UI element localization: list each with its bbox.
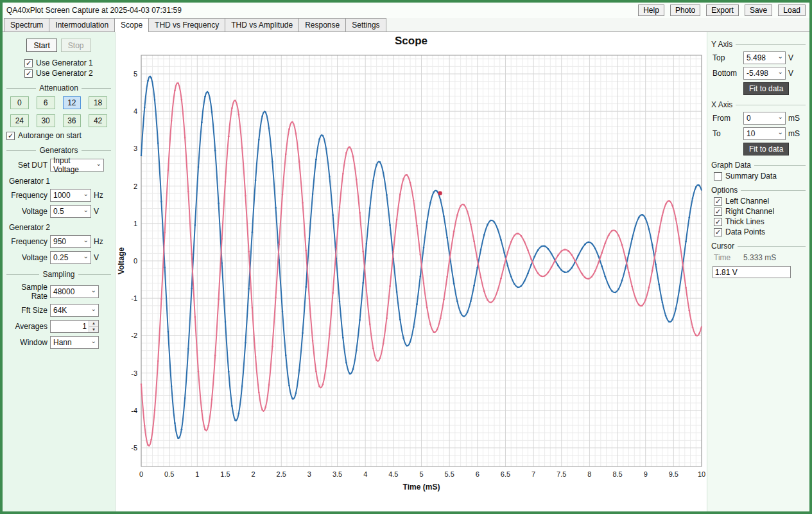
option-left-channel-checkbox[interactable]: ✓ [714, 197, 722, 206]
cursor-marker [438, 191, 442, 195]
option-right-channel-label: Right Channel [725, 207, 774, 216]
cursor-value-input[interactable] [713, 266, 791, 278]
x-from-select[interactable]: 0 ⌄ [743, 112, 786, 125]
svg-text:-4: -4 [131, 407, 137, 414]
option-data-points-row[interactable]: ✓Data Points [714, 227, 806, 236]
svg-text:9: 9 [644, 470, 648, 478]
scope-plot[interactable]: 00.511.522.533.544.555.566.577.588.599.5… [116, 50, 707, 500]
summary-data-checkbox[interactable] [714, 172, 722, 181]
autorange-row[interactable]: ✓ Autorange on start [6, 131, 111, 140]
use-generator-2-label: Use Generator 2 [36, 69, 93, 78]
tab-response[interactable]: Response [298, 18, 346, 31]
gen1-frequency-select[interactable]: 1000 ⌄ [50, 189, 91, 202]
option-right-channel-checkbox[interactable]: ✓ [714, 208, 722, 216]
svg-text:-1: -1 [131, 294, 137, 302]
attenuation-6-button[interactable]: 6 [37, 96, 55, 109]
attenuation-12-button[interactable]: 12 [63, 96, 82, 109]
svg-text:4: 4 [134, 107, 137, 115]
fft-size-select[interactable]: 64K ⌄ [50, 304, 99, 317]
y-axis-group-header: Y Axis [711, 40, 806, 49]
option-left-channel-row[interactable]: ✓Left Channel [714, 197, 806, 206]
svg-text:3.5: 3.5 [333, 470, 342, 478]
gen2-frequency-unit: Hz [94, 237, 103, 246]
options-list: ✓Left Channel✓Right Channel✓Thick Lines✓… [710, 197, 809, 236]
sampling-group-header: Sampling [6, 270, 111, 279]
use-generator-1-checkbox[interactable]: ✓ [24, 59, 33, 67]
summary-data-row[interactable]: Summary Data [714, 172, 806, 181]
chevron-down-icon: ⌄ [778, 53, 783, 60]
tab-scope[interactable]: Scope [114, 18, 149, 32]
gen2-voltage-select[interactable]: 0.25 ⌄ [50, 251, 91, 264]
save-button[interactable]: Save [745, 4, 772, 16]
attenuation-0-button[interactable]: 0 [10, 96, 29, 109]
y-bottom-value: -5.498 [747, 69, 768, 78]
x-axis-group-header: X Axis [711, 100, 806, 109]
cursor-time-row: Time 5.333 mS [714, 253, 806, 262]
tab-thd-vs-amplitude[interactable]: THD vs Amplitude [225, 18, 299, 31]
tab-thd-vs-frequency[interactable]: THD vs Frequency [148, 18, 225, 31]
averages-value: 1 [51, 322, 89, 331]
option-thick-lines-row[interactable]: ✓Thick Lines [714, 217, 806, 226]
gen1-frequency-label: Frequency [5, 191, 48, 200]
chevron-down-icon: ⌄ [83, 253, 89, 260]
attenuation-24-button[interactable]: 24 [10, 114, 29, 127]
averages-label: Averages [5, 322, 48, 331]
gen1-voltage-label: Voltage [5, 207, 48, 216]
load-button[interactable]: Load [778, 4, 806, 16]
use-generator-2-checkbox[interactable]: ✓ [24, 69, 33, 78]
gen2-frequency-select[interactable]: 950 ⌄ [50, 235, 91, 248]
autorange-checkbox[interactable]: ✓ [6, 132, 15, 140]
photo-button[interactable]: Photo [670, 4, 700, 16]
option-data-points-checkbox[interactable]: ✓ [714, 228, 722, 236]
set-dut-select[interactable]: Input Voltage ⌄ [50, 159, 104, 172]
chart-area: Scope 00.511.522.533.544.555.566.577.588… [116, 32, 707, 511]
gen2-voltage-unit: V [94, 253, 99, 262]
help-button[interactable]: Help [638, 4, 664, 16]
x-fit-to-data-button[interactable]: Fit to data [743, 143, 789, 155]
sample-rate-select[interactable]: 48000 ⌄ [50, 285, 99, 298]
gen1-voltage-select[interactable]: 0.5 ⌄ [50, 205, 91, 218]
svg-text:0: 0 [134, 257, 137, 265]
use-generator-1-row[interactable]: ✓ Use Generator 1 [24, 58, 111, 67]
tab-intermodulation[interactable]: Intermodulation [49, 18, 115, 31]
option-data-points-label: Data Points [725, 227, 765, 236]
option-left-channel-label: Left Channel [725, 197, 769, 206]
x-to-value: 10 [747, 129, 755, 138]
option-thick-lines-checkbox[interactable]: ✓ [714, 218, 722, 226]
chevron-down-icon: ⌄ [91, 338, 96, 344]
start-button[interactable]: Start [26, 39, 56, 52]
sample-rate-value: 48000 [53, 287, 74, 296]
attenuation-30-button[interactable]: 30 [37, 114, 55, 127]
window-title: QA40xPlot Screen Capture at 2025-04-03 0… [6, 6, 638, 15]
tab-settings[interactable]: Settings [345, 18, 386, 31]
fft-size-label: Fft Size [5, 306, 48, 315]
averages-stepper[interactable]: 1 ▲ ▼ [50, 320, 99, 333]
attenuation-36-button[interactable]: 36 [63, 114, 82, 127]
use-generator-2-row[interactable]: ✓ Use Generator 2 [24, 69, 111, 78]
y-top-select[interactable]: 5.498 ⌄ [743, 51, 786, 64]
svg-text:2.5: 2.5 [277, 470, 286, 478]
svg-text:6: 6 [476, 470, 479, 478]
attenuation-42-button[interactable]: 42 [89, 114, 107, 127]
export-button[interactable]: Export [706, 4, 739, 16]
window-select[interactable]: Hann ⌄ [50, 336, 99, 349]
svg-text:-5: -5 [131, 444, 137, 452]
sample-rate-label: Sample Rate [5, 283, 48, 301]
chevron-down-icon: ⌄ [83, 207, 89, 213]
left-panel: Start Stop ✓ Use Generator 1 ✓ Use Gener… [3, 32, 116, 511]
averages-up-button[interactable]: ▲ [89, 321, 98, 327]
y-fit-to-data-button[interactable]: Fit to data [743, 82, 789, 95]
x-to-select[interactable]: 10 ⌄ [743, 127, 786, 140]
y-axis-title: Voltage [117, 247, 126, 274]
x-to-label: To [713, 129, 741, 138]
y-bottom-select[interactable]: -5.498 ⌄ [743, 67, 786, 80]
use-generator-1-label: Use Generator 1 [36, 58, 93, 67]
gen1-frequency-unit: Hz [94, 191, 103, 200]
averages-down-button[interactable]: ▼ [89, 327, 98, 333]
svg-text:5: 5 [134, 70, 137, 78]
attenuation-18-button[interactable]: 18 [89, 96, 107, 109]
stop-button[interactable]: Stop [61, 39, 91, 52]
tab-spectrum[interactable]: Spectrum [4, 18, 49, 31]
cursor-group-header: Cursor [711, 242, 806, 251]
option-right-channel-row[interactable]: ✓Right Channel [714, 207, 806, 216]
